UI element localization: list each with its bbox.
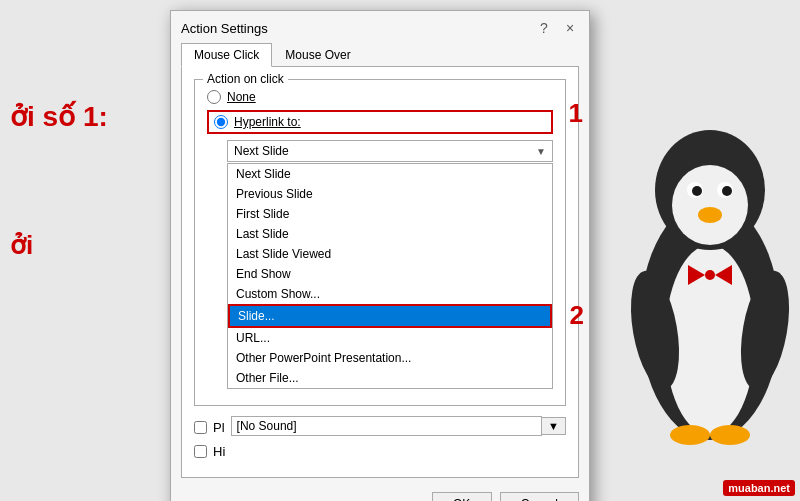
dropdown-select[interactable]: Next Slide ▼ <box>227 140 553 162</box>
cancel-button[interactable]: Cancel <box>500 492 579 501</box>
hyperlink-dropdown-container: Next Slide ▼ Next Slide Previous Slide F… <box>227 140 553 389</box>
tab-bar: Mouse Click Mouse Over <box>171 37 589 67</box>
sound-url-row: [No Sound] ▼ <box>231 416 566 436</box>
none-option-row: None <box>207 90 553 104</box>
play-sound-row: Pl [No Sound] ▼ <box>194 416 566 438</box>
dialog-overlay: Action Settings ? × Mouse Click Mouse Ov… <box>0 0 800 501</box>
dropdown-item-next[interactable]: Next Slide <box>228 164 552 184</box>
dropdown-item-first[interactable]: First Slide <box>228 204 552 224</box>
close-button[interactable]: × <box>561 19 579 37</box>
dropdown-item-last-viewed[interactable]: Last Slide Viewed <box>228 244 552 264</box>
dropdown-item-custom-show[interactable]: Custom Show... <box>228 284 552 304</box>
none-radio[interactable] <box>207 90 221 104</box>
none-label[interactable]: None <box>227 90 256 104</box>
highlight-checkbox[interactable] <box>194 445 207 458</box>
tab-mouse-over[interactable]: Mouse Over <box>272 43 363 67</box>
dropdown-list: Next Slide Previous Slide First Slide La… <box>227 163 553 389</box>
action-on-click-group: Action on click None Hyperlink to: 1 Ne <box>194 79 566 406</box>
slide-item-wrapper: Slide... 2 <box>228 304 552 328</box>
dialog-footer: OK Cancel <box>171 488 589 501</box>
dropdown-item-slide[interactable]: Slide... <box>228 304 552 328</box>
hyperlink-radio[interactable] <box>214 115 228 129</box>
sound-input[interactable]: [No Sound] <box>231 416 543 436</box>
dropdown-value: Next Slide <box>234 144 289 158</box>
highlight-label[interactable]: Hi <box>213 444 225 459</box>
dropdown-item-end-show[interactable]: End Show <box>228 264 552 284</box>
dialog-title: Action Settings <box>181 21 268 36</box>
dropdown-item-previous[interactable]: Previous Slide <box>228 184 552 204</box>
highlight-row: Hi <box>194 444 566 459</box>
sound-browse-btn[interactable]: ▼ <box>542 417 566 435</box>
ok-button[interactable]: OK <box>432 492 492 501</box>
dropdown-arrow-icon: ▼ <box>536 146 546 157</box>
hyperlink-label[interactable]: Hyperlink to: <box>234 115 301 129</box>
tab-mouse-click[interactable]: Mouse Click <box>181 43 272 67</box>
dialog-content: Action on click None Hyperlink to: 1 Ne <box>181 66 579 478</box>
help-button[interactable]: ? <box>535 19 553 37</box>
dropdown-item-last[interactable]: Last Slide <box>228 224 552 244</box>
play-sound-label[interactable]: Pl <box>213 420 225 435</box>
dropdown-item-url[interactable]: URL... <box>228 328 552 348</box>
badge-1: 1 <box>569 98 583 129</box>
hyperlink-row: Hyperlink to: 1 <box>207 110 553 134</box>
dropdown-item-other-file[interactable]: Other File... <box>228 368 552 388</box>
badge-2: 2 <box>570 300 584 331</box>
title-bar: Action Settings ? × <box>171 11 589 37</box>
dropdown-item-other-ppt[interactable]: Other PowerPoint Presentation... <box>228 348 552 368</box>
group-label: Action on click <box>203 72 288 86</box>
title-bar-controls: ? × <box>535 19 579 37</box>
action-settings-dialog: Action Settings ? × Mouse Click Mouse Ov… <box>170 10 590 501</box>
play-sound-checkbox[interactable] <box>194 421 207 434</box>
